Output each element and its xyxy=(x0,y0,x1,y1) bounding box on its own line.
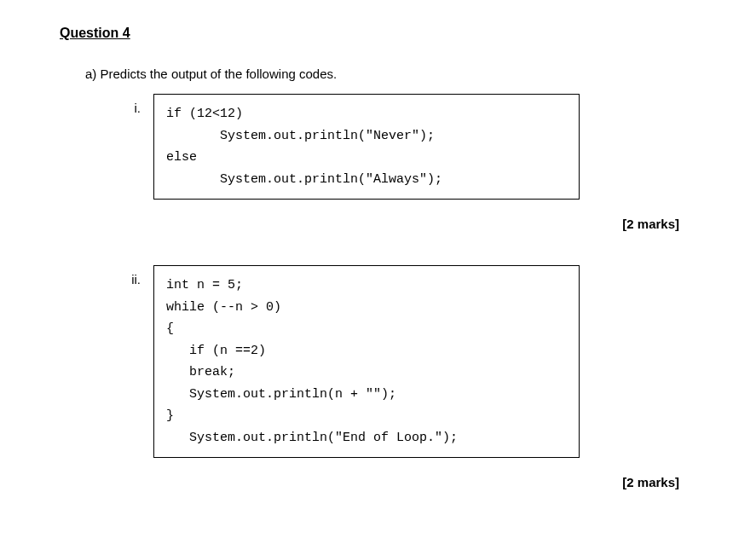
marks-label: [2 marks] xyxy=(85,475,679,489)
code-box: int n = 5; while (--n > 0) { if (n ==2) … xyxy=(153,265,580,458)
marks-label: [2 marks] xyxy=(85,217,679,231)
part-a-container: a) Predicts the output of the following … xyxy=(85,67,696,489)
subpart-i: i. if (12<12) System.out.println("Never"… xyxy=(119,94,696,200)
question-title: Question 4 xyxy=(60,26,696,41)
subpart-label: ii. xyxy=(119,265,153,286)
subpart-ii: ii. int n = 5; while (--n > 0) { if (n =… xyxy=(119,265,696,458)
part-a-label: a) Predicts the output of the following … xyxy=(85,67,337,81)
code-box: if (12<12) System.out.println("Never"); … xyxy=(153,94,580,200)
subpart-label: i. xyxy=(119,94,153,115)
